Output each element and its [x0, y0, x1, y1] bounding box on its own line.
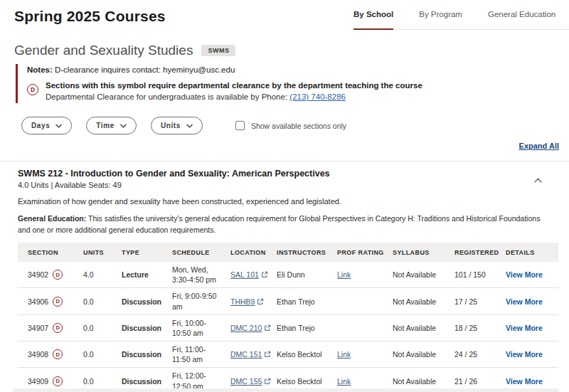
sections-table: SECTION UNITS TYPE SCHEDULE LOCATION INS…: [18, 243, 558, 392]
chevron-down-icon: [120, 124, 127, 128]
available-sections-checkbox-wrap[interactable]: Show available sections only: [235, 121, 346, 130]
program-code-badge: SWMS: [201, 45, 235, 56]
registered-cell: 21 / 26: [445, 374, 496, 388]
location-link[interactable]: DMC 210: [230, 324, 271, 332]
units-cell: 0.0: [73, 295, 112, 309]
registered-cell: 18 / 25: [445, 321, 496, 335]
col-header-instructors: INSTRUCTORS: [267, 249, 327, 256]
external-link-icon: [257, 298, 264, 305]
location-link-text: SAL 101: [230, 270, 259, 279]
type-cell: Discussion: [112, 321, 162, 335]
prof-rating-cell: [327, 325, 383, 331]
col-header-prof-rating: PROF RATING: [327, 249, 383, 256]
location-cell: DMC 151: [220, 347, 267, 361]
chevron-down-icon: [55, 124, 62, 128]
table-row: 34906 D 0.0 Discussion Fri, 9:00-9:50 am…: [18, 288, 558, 314]
col-header-schedule: SCHEDULE: [162, 249, 220, 256]
prof-rating-cell: Link: [327, 267, 383, 282]
units-cell: 4.0: [73, 267, 112, 282]
units-filter-dropdown[interactable]: Units: [151, 117, 203, 134]
details-cell: View More: [496, 347, 558, 361]
time-filter-dropdown[interactable]: Time: [86, 117, 137, 134]
d-clearance-icon: D: [53, 270, 63, 280]
days-filter-label: Days: [31, 122, 50, 129]
section-number: 34906: [28, 297, 48, 306]
tabbar: By School By Program General Education: [353, 9, 569, 30]
location-link[interactable]: DMC 151: [230, 350, 271, 359]
instructor-cell: Ethan Trejo: [267, 295, 327, 309]
view-more-link[interactable]: View More: [506, 350, 543, 359]
view-more-link[interactable]: View More: [506, 377, 543, 386]
schedule-cell: Fri, 10:00-10:50 am: [162, 315, 220, 341]
prof-rating-link[interactable]: Link: [337, 350, 351, 359]
collapse-course-button[interactable]: [534, 173, 542, 186]
location-cell: THHB9: [220, 295, 267, 309]
type-cell: Lecture: [112, 267, 162, 282]
page-title: Spring 2025 Courses: [14, 8, 166, 25]
prof-rating-link[interactable]: Link: [337, 270, 351, 279]
available-sections-checkbox[interactable]: [235, 121, 245, 130]
clearance-note: D Sections with this symbol require depa…: [27, 81, 542, 101]
chevron-up-icon: [534, 178, 542, 183]
section-cell: 34902 D: [18, 267, 73, 282]
table-row: 34907 D 0.0 Discussion Fri, 10:00-10:50 …: [18, 315, 558, 341]
view-more-link[interactable]: View More: [506, 297, 543, 306]
d-clearance-icon: D: [53, 323, 63, 333]
details-cell: View More: [496, 321, 558, 335]
phone-link[interactable]: (213) 740-8286: [289, 92, 346, 101]
chevron-down-icon: [186, 124, 193, 128]
section-cell: 34906 D: [18, 294, 73, 309]
registered-cell: 17 / 25: [445, 295, 496, 309]
section-cell: 34907 D: [18, 320, 73, 336]
section-cell: 34909 D: [18, 374, 73, 389]
gen-ed-label: General Education:: [18, 214, 86, 223]
location-cell: DMC 210: [220, 321, 267, 335]
prof-rating-link[interactable]: Link: [337, 377, 351, 386]
tab-by-school[interactable]: By School: [353, 9, 393, 30]
section-cell: 34908 D: [18, 346, 73, 362]
location-link-text: DMC 151: [230, 350, 262, 359]
clearance-phone-text: Departmental Clearance for undergraduate…: [46, 92, 289, 101]
clearance-sub-text: Departmental Clearance for undergraduate…: [46, 92, 422, 101]
d-clearance-icon: D: [53, 376, 63, 386]
prof-rating-cell: Link: [327, 347, 383, 361]
gen-ed-note: General Education: This satisfies the un…: [18, 213, 554, 236]
registered-cell: 24 / 25: [445, 347, 496, 361]
view-more-link[interactable]: View More: [506, 270, 543, 279]
instructor-cell: Kelso Becktol: [267, 347, 327, 361]
d-clearance-icon: D: [27, 84, 38, 95]
syllabus-cell: Not Available: [383, 347, 445, 361]
location-cell: DMC 155: [220, 374, 267, 388]
registered-cell: 101 / 150: [445, 267, 496, 282]
units-cell: 0.0: [73, 374, 112, 388]
location-link[interactable]: THHB9: [230, 297, 264, 306]
course-title: SWMS 212 - Introduction to Gender and Se…: [18, 169, 330, 179]
details-cell: View More: [496, 267, 558, 282]
section-number: 34909: [28, 377, 48, 386]
schedule-cell: Mon, Wed, 3:30-4:50 pm: [162, 262, 220, 287]
view-more-link[interactable]: View More: [506, 324, 543, 332]
details-cell: View More: [496, 295, 558, 309]
notes-line: Notes: D-clearance inquires contact: hye…: [27, 65, 542, 74]
col-header-details: DETAILS: [496, 249, 558, 256]
clearance-bold-text: Sections with this symbol require depart…: [46, 81, 422, 90]
section-number: 34908: [28, 350, 48, 359]
next-section-edge: [13, 388, 559, 392]
location-link[interactable]: DMC 155: [230, 377, 271, 386]
tab-by-program[interactable]: By Program: [419, 9, 462, 29]
notes-label: Notes:: [27, 65, 53, 74]
days-filter-dropdown[interactable]: Days: [21, 117, 72, 134]
units-cell: 0.0: [73, 321, 112, 335]
time-filter-label: Time: [96, 122, 115, 129]
location-link[interactable]: SAL 101: [230, 270, 268, 279]
syllabus-cell: Not Available: [383, 295, 445, 309]
prof-rating-cell: Link: [327, 374, 383, 388]
type-cell: Discussion: [112, 374, 162, 388]
col-header-units: UNITS: [73, 249, 112, 256]
section-number: 34902: [28, 270, 48, 279]
details-cell: View More: [496, 374, 558, 388]
instructor-cell: Ethan Trejo: [267, 321, 327, 335]
col-header-syllabus: SYLLABUS: [383, 249, 445, 256]
tab-general-education[interactable]: General Education: [488, 9, 555, 29]
expand-all-link[interactable]: Expand All: [519, 142, 559, 150]
